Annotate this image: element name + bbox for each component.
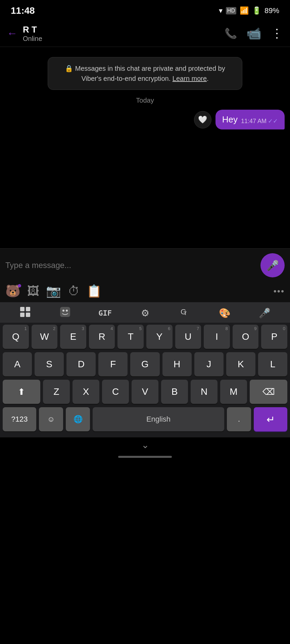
key-l[interactable]: L	[258, 352, 287, 376]
keyboard-rows: Q1 W2 E3 R4 T5 Y6 U7 I8 O9 P0 A S D F G …	[0, 323, 290, 404]
key-b[interactable]: B	[161, 380, 188, 404]
key-d[interactable]: D	[66, 352, 96, 376]
timer-icon: ⏱	[68, 284, 80, 298]
kb-apps-button[interactable]	[5, 306, 45, 320]
chat-header: ← R T Online 📞 📹 ⋮	[0, 20, 290, 47]
keyboard-row-3: ⬆ Z X C V B N M ⌫	[3, 380, 287, 404]
toolbar-more-button[interactable]: •••	[274, 286, 285, 297]
key-q[interactable]: Q1	[3, 325, 29, 349]
keyboard: GIF ⚙ Gt 🎨 🎤 Q1 W2 E3 R4 T5 Y6 U7 I8 O9 …	[0, 302, 290, 437]
reaction-button[interactable]: 🤍	[194, 111, 211, 128]
key-j[interactable]: J	[194, 352, 224, 376]
enter-key[interactable]: ↵	[254, 407, 287, 431]
key-k[interactable]: K	[226, 352, 255, 376]
key-z[interactable]: Z	[43, 380, 70, 404]
message-time: 11:47 AM	[241, 118, 267, 125]
wifi-icon: ▾	[219, 6, 223, 15]
kb-mic-button[interactable]: 🎤	[245, 308, 285, 319]
lock-icon: 🔒	[65, 65, 75, 72]
note-icon: 📋	[87, 284, 102, 298]
message-text: Hey	[222, 114, 238, 125]
key-t[interactable]: T5	[117, 325, 144, 349]
timer-button[interactable]: ⏱	[68, 284, 80, 298]
shift-key[interactable]: ⬆	[3, 380, 40, 404]
kb-settings-button[interactable]: ⚙	[125, 308, 165, 319]
camera-button[interactable]: 📷	[46, 284, 61, 298]
key-x[interactable]: X	[72, 380, 99, 404]
message-bubble: Hey 11:47 AM ✓✓	[215, 110, 285, 129]
svg-rect-2	[20, 313, 25, 317]
key-i[interactable]: I8	[204, 325, 230, 349]
note-button[interactable]: 📋	[87, 284, 102, 298]
kb-palette-button[interactable]: 🎨	[205, 308, 245, 319]
status-bar: 11:48 ▾ HD 📶 🔋 89%	[0, 0, 290, 20]
globe-key[interactable]: 🌐	[66, 407, 90, 431]
battery-text: 89%	[264, 6, 279, 15]
contact-status: Online	[23, 35, 225, 43]
learn-more-link[interactable]: Learn more	[173, 75, 207, 82]
key-n[interactable]: N	[191, 380, 218, 404]
camera-icon: 📷	[46, 284, 61, 298]
message-meta: 11:47 AM ✓✓	[241, 117, 278, 125]
svg-point-6	[66, 310, 68, 312]
kb-gif-button[interactable]: GIF	[85, 309, 125, 317]
contact-name: R T	[23, 24, 225, 35]
key-r[interactable]: R4	[89, 325, 115, 349]
key-w[interactable]: W2	[32, 325, 58, 349]
chevron-area[interactable]: ⌄	[0, 437, 290, 452]
input-area: 🎤	[0, 248, 290, 281]
more-options-icon[interactable]: ⋮	[271, 26, 283, 41]
contact-info: R T Online	[23, 24, 225, 43]
photo-button[interactable]: 🖼	[27, 284, 39, 298]
back-button[interactable]: ←	[7, 27, 17, 40]
key-s[interactable]: S	[35, 352, 64, 376]
kb-face-button[interactable]	[45, 306, 85, 320]
nav-indicator	[0, 452, 290, 461]
sticker-button[interactable]: 🐻	[5, 284, 20, 298]
key-f[interactable]: F	[98, 352, 128, 376]
heart-icon: 🤍	[198, 115, 207, 124]
mic-icon: 🎤	[267, 260, 279, 271]
key-g[interactable]: G	[130, 352, 159, 376]
message-input[interactable]	[5, 259, 256, 271]
key-a[interactable]: A	[3, 352, 32, 376]
kb-translate-button[interactable]: Gt	[165, 306, 205, 320]
status-time: 11:48	[11, 5, 35, 16]
key-h[interactable]: H	[162, 352, 192, 376]
svg-rect-3	[26, 313, 30, 317]
key-m[interactable]: M	[220, 380, 247, 404]
svg-rect-4	[60, 307, 70, 317]
key-c[interactable]: C	[102, 380, 129, 404]
key-p[interactable]: P0	[261, 325, 287, 349]
voice-call-icon[interactable]: 📞	[225, 28, 237, 39]
key-y[interactable]: Y6	[146, 325, 173, 349]
voice-record-button[interactable]: 🎤	[260, 253, 285, 277]
delete-key[interactable]: ⌫	[250, 380, 287, 404]
status-icons: ▾ HD 📶 🔋 89%	[219, 6, 279, 15]
svg-point-5	[62, 310, 64, 312]
svg-rect-1	[26, 307, 30, 311]
header-actions: 📞 📹 ⋮	[225, 26, 283, 41]
home-indicator	[118, 456, 172, 458]
read-ticks: ✓✓	[268, 117, 278, 125]
keyboard-bottom-row: ?123 ☺ 🌐 English . ↵	[0, 407, 290, 434]
num-sym-key[interactable]: ?123	[3, 407, 36, 431]
keyboard-top-bar: GIF ⚙ Gt 🎨 🎤	[0, 302, 290, 323]
key-o[interactable]: O9	[233, 325, 259, 349]
chat-area: 🔒 Messages in this chat are private and …	[0, 47, 290, 248]
video-call-icon[interactable]: 📹	[246, 26, 261, 41]
photo-icon: 🖼	[27, 284, 39, 298]
key-u[interactable]: U7	[175, 325, 201, 349]
key-e[interactable]: E3	[60, 325, 86, 349]
svg-rect-0	[20, 307, 25, 311]
encryption-notice: 🔒 Messages in this chat are private and …	[48, 57, 242, 90]
key-v[interactable]: V	[132, 380, 158, 404]
emoji-key[interactable]: ☺	[39, 407, 63, 431]
battery-icon: 🔋	[252, 6, 261, 15]
keyboard-row-1: Q1 W2 E3 R4 T5 Y6 U7 I8 O9 P0	[3, 325, 287, 349]
period-key[interactable]: .	[227, 407, 251, 431]
date-divider: Today	[5, 97, 285, 104]
space-key[interactable]: English	[93, 407, 224, 431]
chat-toolbar: 🐻 🖼 📷 ⏱ 📋 •••	[0, 281, 290, 302]
chevron-down-icon[interactable]: ⌄	[141, 439, 149, 450]
